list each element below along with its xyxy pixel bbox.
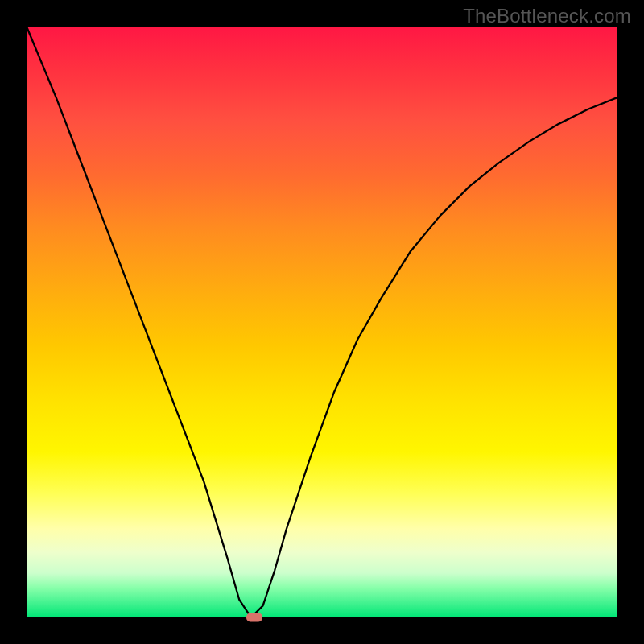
- chart-container: TheBottleneck.com: [0, 0, 644, 644]
- plot-area: [27, 27, 617, 617]
- optimal-marker: [246, 613, 262, 622]
- watermark-text: TheBottleneck.com: [463, 5, 631, 27]
- bottleneck-curve: [27, 27, 617, 617]
